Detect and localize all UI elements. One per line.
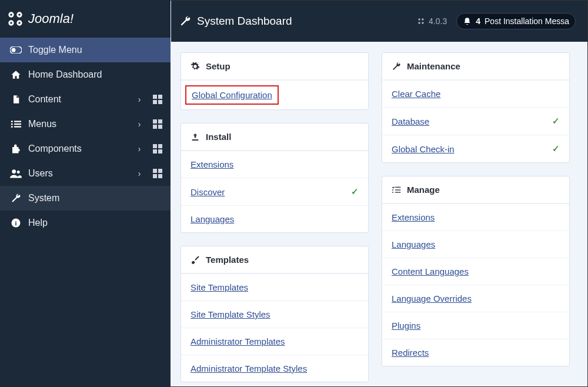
card-title: Maintenance — [407, 61, 460, 71]
link-discover[interactable]: Discover — [191, 187, 351, 197]
link-site-template-styles[interactable]: Site Template Styles — [191, 309, 359, 319]
sidebar-item-home[interactable]: Home Dashboard — [0, 62, 171, 87]
info-icon: i — [9, 218, 22, 228]
toggle-icon — [9, 46, 22, 54]
page-title-text: System Dashboard — [197, 15, 292, 28]
svg-rect-26 — [395, 189, 400, 190]
chevron-right-icon: › — [134, 95, 145, 104]
sidebar-item-label: Menus — [28, 119, 134, 129]
sidebar-item-system[interactable]: System — [0, 186, 171, 211]
notifications-pill[interactable]: 4 Post Installation Messa — [456, 13, 576, 29]
card-title: Install — [206, 132, 231, 142]
link-global-checkin[interactable]: Global Check-in — [392, 144, 552, 154]
card-link-row: Global Check-in ✓ — [382, 135, 569, 162]
wrench-icon — [392, 62, 401, 71]
sidebar-item-label: System — [28, 193, 162, 203]
link-global-configuration[interactable]: Global Configuration — [192, 90, 272, 100]
link-clear-cache[interactable]: Clear Cache — [392, 89, 560, 99]
card-header: Templates — [181, 246, 368, 273]
content-area: Setup Global Configuration Install Exten… — [171, 42, 587, 387]
list-icon — [9, 120, 22, 128]
link-content-languages[interactable]: Content Languages — [392, 266, 560, 276]
wrench-icon — [9, 193, 22, 203]
card-link-row: Extensions — [382, 203, 569, 231]
svg-text:i: i — [15, 220, 17, 226]
card-setup: Setup Global Configuration — [181, 52, 369, 110]
card-link-row: Global Configuration — [181, 80, 368, 109]
svg-point-21 — [422, 18, 424, 20]
card-link-row: Redirects — [382, 339, 569, 366]
link-plugins[interactable]: Plugins — [392, 321, 560, 331]
dashboard-grid-icon[interactable] — [153, 95, 162, 104]
card-link-row: Administrator Template Styles — [181, 355, 368, 382]
main-area: System Dashboard 4.0.3 4 Post Installati… — [171, 1, 587, 387]
link-redirects[interactable]: Redirects — [392, 348, 560, 358]
brand-logo[interactable]: Joomla! — [0, 0, 171, 38]
link-admin-templates[interactable]: Administrator Templates — [191, 336, 359, 346]
link-extensions[interactable]: Extensions — [191, 159, 359, 169]
right-column: Maintenance Clear Cache Database ✓ Globa… — [382, 52, 570, 382]
card-link-row: Discover ✓ — [181, 178, 368, 205]
card-title: Templates — [206, 255, 249, 265]
svg-rect-28 — [395, 192, 400, 192]
joomla-icon — [7, 11, 24, 27]
highlight-box: Global Configuration — [185, 85, 279, 105]
dashboard-grid-icon[interactable] — [153, 169, 162, 178]
sidebar-item-content[interactable]: Content › — [0, 87, 171, 112]
sidebar: Joomla! Toggle Menu Home Dashboard Conte… — [0, 0, 171, 387]
puzzle-icon — [9, 144, 22, 154]
notif-text: Post Installation Messa — [485, 16, 569, 26]
page-title: System Dashboard — [179, 15, 411, 28]
svg-point-7 — [18, 22, 21, 24]
chevron-right-icon: › — [134, 169, 145, 178]
file-icon — [9, 94, 22, 105]
sidebar-item-help[interactable]: i Help — [0, 211, 171, 235]
chevron-right-icon: › — [134, 119, 145, 129]
upload-icon — [191, 132, 200, 142]
dashboard-grid-icon[interactable] — [153, 119, 162, 129]
link-manage-languages[interactable]: Languages — [392, 239, 560, 249]
link-admin-template-styles[interactable]: Administrator Template Styles — [191, 363, 359, 373]
card-link-row: Database ✓ — [382, 107, 569, 135]
version-text: 4.0.3 — [429, 16, 447, 26]
link-database[interactable]: Database — [392, 116, 552, 126]
card-link-row: Plugins — [382, 312, 569, 339]
svg-point-23 — [422, 22, 424, 24]
sidebar-item-menus[interactable]: Menus › — [0, 112, 171, 136]
brush-icon — [191, 255, 200, 265]
home-icon — [9, 69, 22, 80]
svg-point-6 — [10, 22, 12, 24]
card-title: Manage — [407, 185, 440, 195]
card-link-row: Content Languages — [382, 258, 569, 285]
wrench-icon — [179, 15, 191, 27]
sidebar-item-label: Content — [28, 94, 134, 105]
svg-point-17 — [17, 171, 20, 174]
svg-point-5 — [18, 14, 21, 16]
card-install: Install Extensions Discover ✓ Languages — [181, 123, 369, 233]
card-header: Install — [181, 124, 368, 151]
svg-point-25 — [392, 189, 393, 191]
card-manage: Manage Extensions Languages Content Lang… — [382, 176, 570, 366]
link-language-overrides[interactable]: Language Overrides — [392, 293, 560, 303]
sidebar-item-label: Help — [28, 218, 162, 228]
version-badge[interactable]: 4.0.3 — [417, 16, 447, 26]
svg-point-27 — [392, 192, 393, 193]
sidebar-item-users[interactable]: Users › — [0, 161, 171, 186]
dashboard-grid-icon[interactable] — [153, 144, 162, 154]
card-templates: Templates Site Templates Site Template S… — [181, 246, 369, 382]
notif-count: 4 — [476, 16, 480, 26]
card-header: Maintenance — [382, 53, 569, 80]
link-manage-extensions[interactable]: Extensions — [392, 212, 560, 222]
sidebar-item-label: Toggle Menu — [28, 45, 162, 55]
link-languages[interactable]: Languages — [191, 214, 359, 224]
sidebar-item-label: Users — [28, 168, 134, 179]
card-link-row: Site Template Styles — [181, 301, 368, 328]
svg-rect-13 — [14, 124, 21, 125]
sidebar-toggle-menu[interactable]: Toggle Menu — [0, 38, 171, 62]
bell-icon — [463, 17, 472, 26]
svg-rect-24 — [395, 186, 400, 187]
card-header: Manage — [382, 176, 569, 203]
sidebar-item-label: Components — [28, 144, 134, 154]
sidebar-item-components[interactable]: Components › — [0, 136, 171, 161]
link-site-templates[interactable]: Site Templates — [191, 282, 359, 292]
